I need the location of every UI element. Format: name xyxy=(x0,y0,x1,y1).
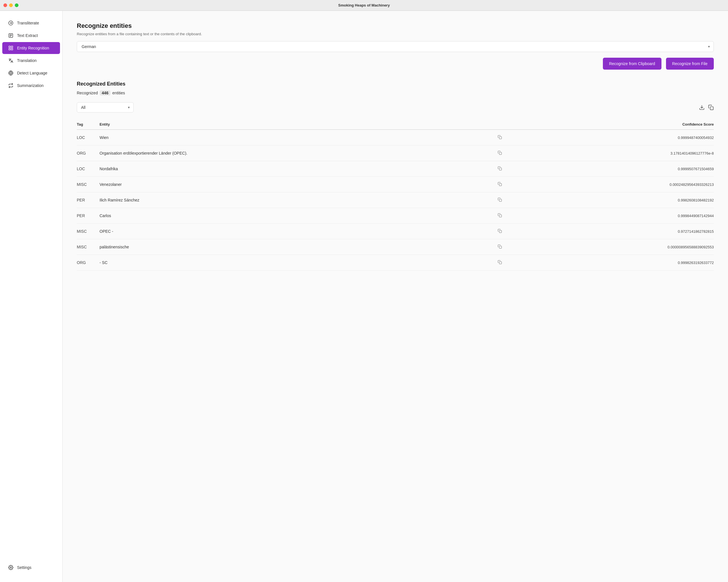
entity-tag: LOC xyxy=(77,130,100,145)
copy-entity-button[interactable] xyxy=(496,244,503,250)
entity-recognition-icon xyxy=(8,45,14,51)
copy-entity-button[interactable] xyxy=(496,197,503,203)
table-row: ORG - SC 0.9998263192633772 xyxy=(77,255,714,271)
sidebar-item-text-extract[interactable]: Text Extract xyxy=(2,30,60,41)
copy-entity-button[interactable] xyxy=(496,228,503,234)
table-row: PER Ilich Ramírez Sánchez 0.998260810848… xyxy=(77,192,714,208)
col-confidence: Confidence Score xyxy=(507,119,714,130)
filter-actions xyxy=(699,105,714,110)
svg-rect-16 xyxy=(499,168,501,170)
sidebar-item-entity-recognition[interactable]: Entity Recognition xyxy=(2,42,60,54)
svg-rect-14 xyxy=(499,137,501,139)
entity-count-badge: 446 xyxy=(100,90,110,95)
recognized-section: Recognized Entities Recognized 446 entit… xyxy=(77,81,714,271)
col-tag: Tag xyxy=(77,119,100,130)
confidence-score: 0.9999507671504659 xyxy=(507,161,714,177)
language-select[interactable]: GermanEnglishFrenchSpanishItalian xyxy=(77,41,714,52)
filter-dropdown-wrapper: AllLOCORGPERMISC ▾ xyxy=(77,102,134,113)
recognize-clipboard-button[interactable]: Recognize from Clipboard xyxy=(603,58,661,70)
entities-label: entities xyxy=(112,91,125,95)
recognize-title: Recognize entities xyxy=(77,22,714,30)
confidence-score: 0.000008956588839092553 xyxy=(507,239,714,255)
confidence-score: 3.17814014096127776e-8 xyxy=(507,145,714,161)
copy-cell xyxy=(493,208,507,224)
entity-tag: MISC xyxy=(77,224,100,239)
entity-tag: ORG xyxy=(77,255,100,271)
sidebar-item-summarization[interactable]: Summarization xyxy=(2,80,60,91)
sidebar-label-detect-language: Detect Language xyxy=(17,71,48,75)
entity-value: Wien xyxy=(100,130,493,145)
entity-value: palästinensische xyxy=(100,239,493,255)
table-row: PER Carlos 0.9998449087142944 xyxy=(77,208,714,224)
filter-row: AllLOCORGPERMISC ▾ xyxy=(77,102,714,113)
copy-cell xyxy=(493,145,507,161)
table-row: LOC Wien 0.9999487400054932 xyxy=(77,130,714,145)
entity-value: - SC xyxy=(100,255,493,271)
close-button[interactable] xyxy=(3,3,7,7)
copy-cell xyxy=(493,177,507,192)
window-controls xyxy=(3,3,19,7)
recognize-section: Recognize entities Recognize entities fr… xyxy=(77,22,714,70)
download-button[interactable] xyxy=(699,105,705,110)
gear-icon xyxy=(8,565,14,570)
maximize-button[interactable] xyxy=(15,3,19,7)
svg-rect-7 xyxy=(9,49,10,50)
copy-entity-button[interactable] xyxy=(496,134,503,141)
copy-entity-button[interactable] xyxy=(496,259,503,266)
copy-entity-button[interactable] xyxy=(496,150,503,156)
table-row: ORG Organisation erdölexportierender Län… xyxy=(77,145,714,161)
copy-cell xyxy=(493,130,507,145)
svg-rect-13 xyxy=(710,107,713,110)
svg-rect-19 xyxy=(499,215,501,217)
detect-language-icon xyxy=(8,70,14,76)
main-content: Recognize entities Recognize entities fr… xyxy=(62,11,728,582)
text-extract-icon xyxy=(8,33,14,38)
sidebar-item-translation[interactable]: Translation xyxy=(2,55,60,66)
svg-rect-20 xyxy=(499,230,501,233)
confidence-score: 0.9982608108482192 xyxy=(507,192,714,208)
sidebar-item-transliterate[interactable]: Transliterate xyxy=(2,17,60,29)
app-layout: Transliterate Text Extract Entity Recogn… xyxy=(0,11,728,582)
table-row: MISC OPEC - 0.9727141862782815 xyxy=(77,224,714,239)
recognize-description: Recognize entities from a file containin… xyxy=(77,32,714,36)
svg-rect-15 xyxy=(499,152,501,155)
sidebar-label-text-extract: Text Extract xyxy=(17,33,38,38)
entity-value: Nordafrika xyxy=(100,161,493,177)
confidence-score: 0.9998449087142944 xyxy=(507,208,714,224)
copy-cell xyxy=(493,192,507,208)
table-row: LOC Nordafrika 0.9999507671504659 xyxy=(77,161,714,177)
sidebar-item-settings[interactable]: Settings xyxy=(2,561,60,574)
confidence-score: 0.9998263192633772 xyxy=(507,255,714,271)
recognize-file-button[interactable]: Recognize from File xyxy=(666,58,714,70)
copy-all-button[interactable] xyxy=(708,105,714,110)
entity-value: OPEC - xyxy=(100,224,493,239)
copy-cell xyxy=(493,224,507,239)
col-copy-spacer xyxy=(493,119,507,130)
sidebar-label-entity-recognition: Entity Recognition xyxy=(17,46,49,50)
minimize-button[interactable] xyxy=(9,3,13,7)
entity-value: Ilich Ramírez Sánchez xyxy=(100,192,493,208)
entity-tag: MISC xyxy=(77,239,100,255)
table-header-row: Tag Entity Confidence Score xyxy=(77,119,714,130)
confidence-score: 0.9999487400054932 xyxy=(507,130,714,145)
copy-entity-button[interactable] xyxy=(496,166,503,172)
entity-count-text: Recognized 446 entities xyxy=(77,90,714,95)
table-row: MISC palästinensische 0.0000089565888390… xyxy=(77,239,714,255)
confidence-score: 0.9727141862782815 xyxy=(507,224,714,239)
svg-rect-18 xyxy=(499,199,501,201)
copy-entity-button[interactable] xyxy=(496,181,503,188)
sidebar-item-detect-language[interactable]: Detect Language xyxy=(2,67,60,79)
entity-tag: PER xyxy=(77,192,100,208)
sidebar-label-transliterate: Transliterate xyxy=(17,21,39,25)
copy-entity-button[interactable] xyxy=(496,213,503,219)
svg-rect-8 xyxy=(11,49,13,50)
svg-rect-17 xyxy=(499,184,501,186)
filter-select[interactable]: AllLOCORGPERMISC xyxy=(77,102,134,113)
svg-rect-5 xyxy=(9,46,10,48)
titlebar: Smoking Heaps of Machinery xyxy=(0,0,728,11)
entity-value: Venezolaner xyxy=(100,177,493,192)
copy-cell xyxy=(493,161,507,177)
svg-rect-21 xyxy=(499,246,501,248)
svg-rect-6 xyxy=(11,46,13,48)
copy-cell xyxy=(493,255,507,271)
